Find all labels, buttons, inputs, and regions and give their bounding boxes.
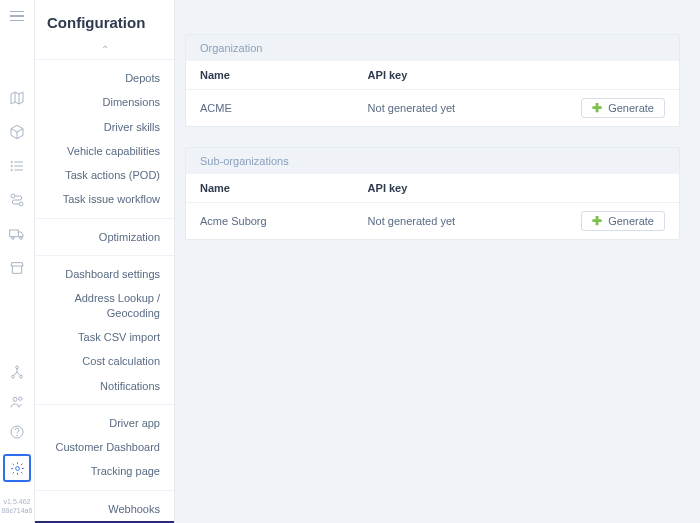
svg-point-18	[15, 466, 19, 470]
suborg-name-cell: Acme Suborg	[186, 203, 354, 240]
sidebar-item-task-issue-workflow[interactable]: Task issue workflow	[35, 187, 174, 211]
package-icon[interactable]	[9, 124, 25, 140]
list-icon[interactable]	[9, 158, 25, 174]
truck-icon[interactable]	[9, 226, 25, 242]
table-row: Acme Suborg Not generated yet ✚ Generate	[186, 203, 679, 240]
suborgs-panel-title: Sub-organizations	[186, 148, 679, 174]
svg-point-9	[12, 237, 15, 240]
sidebar-item-task-csv-import[interactable]: Task CSV import	[35, 325, 174, 349]
suborg-col-name: Name	[186, 174, 354, 203]
sidebar-item-notifications[interactable]: Notifications	[35, 374, 174, 398]
svg-point-7	[19, 202, 23, 206]
main-content: Organization Name API key ACME Not gener…	[175, 0, 700, 523]
suborg-key-cell: Not generated yet	[354, 203, 531, 240]
svg-point-11	[16, 366, 19, 369]
sidebar-item-webhooks[interactable]: Webhooks	[35, 497, 174, 521]
sidebar-item-vehicle-capabilities[interactable]: Vehicle capabilities	[35, 139, 174, 163]
organization-panel-title: Organization	[186, 35, 679, 61]
sidebar-item-cost-calculation[interactable]: Cost calculation	[35, 349, 174, 373]
sidebar-item-depots[interactable]: Depots	[35, 66, 174, 90]
map-icon[interactable]	[9, 90, 25, 106]
svg-point-6	[11, 194, 15, 198]
plus-icon: ✚	[592, 215, 602, 227]
table-row: ACME Not generated yet ✚ Generate	[186, 90, 679, 127]
help-icon[interactable]	[9, 424, 25, 440]
sidebar-item-optimization[interactable]: Optimization	[35, 225, 174, 249]
generate-button[interactable]: ✚ Generate	[581, 211, 665, 231]
generate-button-label: Generate	[608, 102, 654, 114]
svg-point-4	[11, 165, 12, 166]
org-col-name: Name	[186, 61, 354, 90]
menu-icon[interactable]	[9, 8, 25, 24]
svg-point-15	[19, 397, 22, 400]
sidebar-item-driver-app[interactable]: Driver app	[35, 411, 174, 435]
sidebar-item-driver-skills[interactable]: Driver skills	[35, 115, 174, 139]
chevron-up-icon[interactable]: ⌃	[35, 40, 174, 59]
settings-icon[interactable]	[3, 454, 31, 482]
generate-button-label: Generate	[608, 215, 654, 227]
suborgs-panel: Sub-organizations Name API key Acme Subo…	[185, 147, 680, 240]
suborg-col-key: API key	[354, 174, 531, 203]
route-icon[interactable]	[9, 192, 25, 208]
org-col-key: API key	[354, 61, 531, 90]
sidebar-item-dashboard-settings[interactable]: Dashboard settings	[35, 262, 174, 286]
config-sidebar: Configuration ⌃ Depots Dimensions Driver…	[35, 0, 175, 523]
org-key-cell: Not generated yet	[354, 90, 531, 127]
organization-panel: Organization Name API key ACME Not gener…	[185, 34, 680, 127]
nav-rail: v1.5.462 88c714a6	[0, 0, 35, 523]
generate-button[interactable]: ✚ Generate	[581, 98, 665, 118]
page-title: Configuration	[47, 14, 145, 31]
svg-rect-8	[10, 230, 19, 237]
svg-point-13	[20, 376, 23, 379]
users-icon[interactable]	[9, 394, 25, 410]
sidebar-item-task-actions-pod[interactable]: Task actions (POD)	[35, 163, 174, 187]
svg-point-5	[11, 169, 12, 170]
plus-icon: ✚	[592, 102, 602, 114]
svg-point-12	[12, 376, 15, 379]
version-label: v1.5.462 88c714a6	[2, 496, 33, 517]
svg-point-10	[20, 237, 23, 240]
svg-point-3	[11, 161, 12, 162]
sidebar-item-customer-dashboard[interactable]: Customer Dashboard	[35, 435, 174, 459]
org-name-cell: ACME	[186, 90, 354, 127]
svg-point-14	[13, 398, 17, 402]
sidebar-item-dimensions[interactable]: Dimensions	[35, 90, 174, 114]
store-icon[interactable]	[9, 260, 25, 276]
sidebar-item-address-lookup[interactable]: Address Lookup / Geocoding	[35, 286, 174, 325]
sidebar-item-tracking-page[interactable]: Tracking page	[35, 459, 174, 483]
org-icon[interactable]	[9, 364, 25, 380]
svg-point-17	[17, 435, 18, 436]
